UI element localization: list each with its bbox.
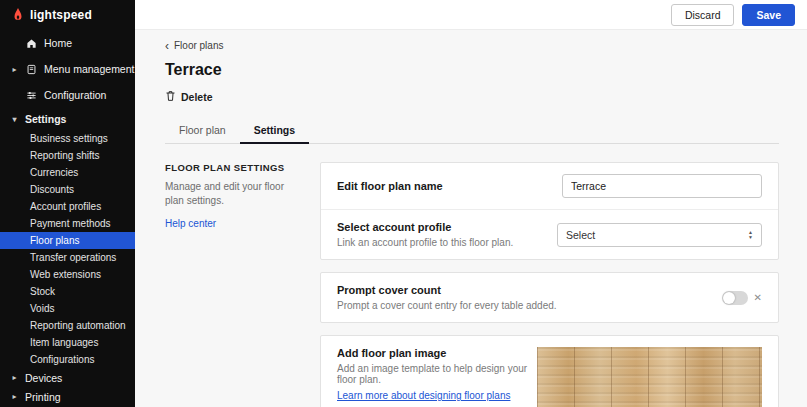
section-description: Manage and edit your floor plan settings… — [165, 180, 305, 207]
sidebar-item-configuration[interactable]: Configuration — [0, 82, 135, 108]
floor-plan-image-label: Add floor plan image — [337, 347, 537, 359]
sidebar-item-discounts[interactable]: Discounts — [0, 181, 135, 198]
edit-name-row: Edit floor plan name — [321, 163, 778, 209]
cover-count-toggle[interactable]: ✕ — [722, 291, 762, 305]
back-chevron-icon: ‹ — [165, 41, 169, 51]
configuration-icon — [25, 90, 38, 101]
section-heading: FLOOR PLAN SETTINGS — [165, 162, 305, 173]
sidebar-item-account-profiles[interactable]: Account profiles — [0, 198, 135, 215]
account-profile-select[interactable]: Select ▲ ▼ — [557, 223, 762, 247]
sidebar: lightspeed Home ▸ Menu management Config… — [0, 0, 135, 407]
sidebar-item-transfer-operations[interactable]: Transfer operations — [0, 249, 135, 266]
save-button[interactable]: Save — [742, 4, 795, 26]
sidebar-item-item-languages[interactable]: Item languages — [0, 334, 135, 351]
sidebar-item-label: Printing — [25, 391, 61, 403]
sidebar-item-label: Devices — [25, 372, 62, 384]
sidebar-item-label: Home — [44, 37, 72, 49]
logo[interactable]: lightspeed — [0, 0, 135, 30]
section-intro: FLOOR PLAN SETTINGS Manage and edit your… — [165, 162, 305, 231]
delete-label: Delete — [181, 91, 213, 103]
select-arrows-icon: ▲ ▼ — [748, 230, 753, 239]
tab-floor-plan[interactable]: Floor plan — [165, 117, 240, 143]
chevron-down-icon: ▾ — [10, 115, 19, 124]
breadcrumb-label: Floor plans — [174, 40, 223, 51]
sidebar-item-home[interactable]: Home — [0, 30, 135, 56]
help-center-link[interactable]: Help center — [165, 218, 216, 229]
app-window: lightspeed Home ▸ Menu management Config… — [0, 0, 807, 407]
account-profile-description: Link an account profile to this floor pl… — [337, 237, 513, 248]
sidebar-item-label: Menu management — [44, 63, 134, 75]
sidebar-item-printing[interactable]: ▸ Printing — [0, 387, 135, 406]
sidebar-item-reporting-shifts[interactable]: Reporting shifts — [0, 147, 135, 164]
sidebar-item-web-extensions[interactable]: Web extensions — [0, 266, 135, 283]
floor-plan-settings-section: FLOOR PLAN SETTINGS Manage and edit your… — [165, 162, 779, 407]
logo-text: lightspeed — [30, 8, 92, 22]
account-profile-row: Select account profile Link an account p… — [321, 209, 778, 259]
floor-plan-image-text: Add floor plan image Add an image templa… — [337, 347, 537, 403]
sidebar-item-voids[interactable]: Voids — [0, 300, 135, 317]
chevron-right-icon: ▸ — [10, 65, 19, 74]
sidebar-item-devices[interactable]: ▸ Devices — [0, 368, 135, 387]
sidebar-item-configurations[interactable]: Configurations — [0, 351, 135, 368]
cover-count-description: Prompt a cover count entry for every tab… — [337, 300, 557, 311]
floor-plan-image-row: Add floor plan image Add an image templa… — [321, 336, 778, 407]
menu-book-icon — [25, 64, 38, 75]
discard-button[interactable]: Discard — [671, 4, 735, 26]
chevron-right-icon: ▸ — [10, 392, 19, 401]
trash-icon — [165, 90, 176, 104]
account-profile-text: Select account profile Link an account p… — [337, 221, 513, 248]
card-cover-count: Prompt cover count Prompt a cover count … — [320, 272, 779, 323]
sidebar-item-label: Settings — [25, 113, 66, 125]
cover-count-label: Prompt cover count — [337, 284, 557, 296]
sidebar-item-stock[interactable]: Stock — [0, 283, 135, 300]
floor-plan-image-description: Add an image template to help design you… — [337, 363, 537, 385]
lightspeed-flame-icon — [11, 8, 24, 22]
tab-settings[interactable]: Settings — [240, 117, 309, 144]
sidebar-item-reporting-automation[interactable]: Reporting automation — [0, 317, 135, 334]
cover-count-row: Prompt cover count Prompt a cover count … — [321, 273, 778, 322]
designing-floor-plans-link[interactable]: Learn more about designing floor plans — [337, 390, 510, 401]
cover-count-text: Prompt cover count Prompt a cover count … — [337, 284, 557, 311]
page-title: Terrace — [165, 61, 779, 79]
chevron-right-icon: ▸ — [10, 373, 19, 382]
sidebar-item-floor-plans[interactable]: Floor plans — [0, 232, 135, 249]
sidebar-item-business-settings[interactable]: Business settings — [0, 130, 135, 147]
floor-plan-name-input[interactable] — [562, 174, 762, 198]
account-profile-label: Select account profile — [337, 221, 513, 233]
card-name-profile: Edit floor plan name Select account prof… — [320, 162, 779, 260]
main-area: Discard Save ‹ Floor plans Terrace Delet… — [135, 0, 807, 407]
breadcrumb[interactable]: ‹ Floor plans — [165, 40, 779, 51]
toggle-x-icon: ✕ — [754, 292, 762, 303]
edit-name-label: Edit floor plan name — [337, 180, 443, 192]
sidebar-item-currencies[interactable]: Currencies — [0, 164, 135, 181]
select-value: Select — [566, 229, 595, 241]
sidebar-item-payment-methods[interactable]: Payment methods — [0, 215, 135, 232]
sidebar-item-menu-management[interactable]: ▸ Menu management — [0, 56, 135, 82]
floor-plan-image-preview[interactable] — [537, 347, 762, 407]
settings-cards: Edit floor plan name Select account prof… — [320, 162, 779, 407]
sidebar-item-settings[interactable]: ▾ Settings — [0, 108, 135, 130]
home-icon — [25, 38, 38, 49]
tab-bar: Floor plan Settings — [165, 117, 779, 144]
page-content: ‹ Floor plans Terrace Delete Floor plan … — [135, 30, 807, 407]
delete-button[interactable]: Delete — [165, 90, 779, 104]
topbar: Discard Save — [135, 0, 807, 30]
toggle-off-icon — [722, 291, 748, 305]
sidebar-item-label: Configuration — [44, 89, 106, 101]
card-floor-plan-image: Add floor plan image Add an image templa… — [320, 335, 779, 407]
